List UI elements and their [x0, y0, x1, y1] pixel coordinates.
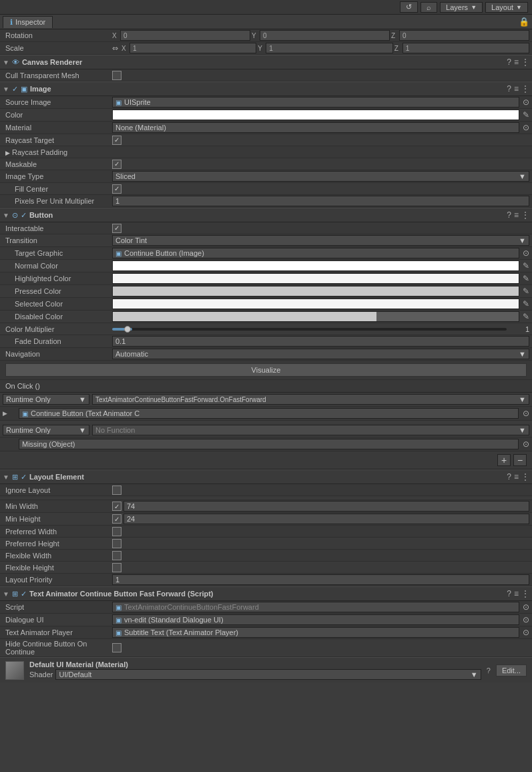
- layout-element-menu-icon[interactable]: ⋮: [521, 472, 529, 481]
- fill-center-checkbox[interactable]: ✓: [112, 184, 121, 194]
- canvas-renderer-help-icon[interactable]: ?: [507, 57, 511, 67]
- canvas-renderer-header[interactable]: ▼ 👁 Canvas Renderer ? ≡ ⋮: [0, 55, 532, 69]
- scale-z-input[interactable]: 1: [403, 43, 529, 53]
- onclick-target-icon-1[interactable]: ⊙: [523, 439, 529, 449]
- transition-dropdown[interactable]: Color Tint ▼: [112, 235, 529, 246]
- disabled-color-bar[interactable]: [112, 311, 519, 322]
- maskable-checkbox[interactable]: ✓: [112, 160, 121, 169]
- button-settings-icon[interactable]: ≡: [514, 210, 519, 220]
- onclick-object-field-0[interactable]: ▣ Continue Button (Text Animator C: [19, 408, 519, 419]
- inspector-tab[interactable]: ℹ Inspector: [3, 16, 53, 28]
- layout-priority-input[interactable]: 1: [112, 574, 529, 585]
- button-enable-icon[interactable]: ⊙: [12, 211, 18, 220]
- canvas-renderer-menu-icon[interactable]: ⋮: [521, 57, 529, 67]
- scale-x-input[interactable]: 1: [129, 43, 256, 53]
- min-width-checkbox[interactable]: ✓: [112, 502, 121, 511]
- source-image-target-icon[interactable]: ⊙: [523, 98, 529, 107]
- preferred-height-checkbox[interactable]: [112, 539, 121, 548]
- normal-color-pen-icon[interactable]: ✎: [523, 261, 529, 270]
- color-multiplier-slider[interactable]: [112, 328, 507, 331]
- image-enable-checkbox[interactable]: ✓: [12, 85, 18, 93]
- scale-x-field[interactable]: X 1: [121, 43, 256, 53]
- image-color-pen-icon[interactable]: ✎: [523, 110, 529, 120]
- scale-z-field[interactable]: Z 1: [394, 43, 529, 53]
- button-help-icon[interactable]: ?: [507, 210, 511, 220]
- onclick-remove-button[interactable]: −: [513, 454, 527, 466]
- rotation-x-input[interactable]: 0: [120, 30, 250, 41]
- image-help-icon[interactable]: ?: [507, 84, 511, 93]
- button-enable-checkbox[interactable]: ✓: [21, 211, 27, 220]
- onclick-object-field-1[interactable]: Missing (Object): [19, 439, 519, 449]
- highlighted-color-pen-icon[interactable]: ✎: [523, 274, 529, 283]
- scale-y-field[interactable]: Y 1: [258, 43, 392, 53]
- highlighted-color-bar[interactable]: [112, 273, 519, 284]
- rotation-z-input[interactable]: 0: [399, 30, 529, 41]
- fade-duration-input[interactable]: 0.1: [112, 336, 529, 347]
- material-target-icon[interactable]: ⊙: [523, 123, 529, 132]
- selected-color-bar[interactable]: [112, 299, 519, 309]
- script-target-icon[interactable]: ⊙: [523, 602, 529, 612]
- onclick-function-dropdown-1[interactable]: No Function ▼: [92, 425, 529, 435]
- script-settings-icon[interactable]: ≡: [514, 589, 519, 598]
- pressed-color-bar[interactable]: [112, 286, 519, 297]
- material-field[interactable]: None (Material): [112, 122, 519, 133]
- dialogue-ui-field[interactable]: ▣ vn-edit (Standard Dialogue UI): [112, 614, 519, 625]
- lock-icon[interactable]: 🔒: [519, 17, 529, 27]
- script-help-icon[interactable]: ?: [507, 589, 511, 598]
- onclick-runtime-dropdown-1[interactable]: Runtime Only ▼: [3, 425, 89, 435]
- layers-dropdown[interactable]: Layers ▼: [440, 2, 483, 13]
- image-color-bar[interactable]: [112, 110, 519, 120]
- layout-element-header[interactable]: ▼ ⊞ ✓ Layout Element ? ≡ ⋮: [0, 469, 532, 484]
- source-image-field[interactable]: ▣ UISprite: [112, 97, 519, 108]
- image-menu-icon[interactable]: ⋮: [521, 84, 529, 93]
- raycast-padding-expand-icon[interactable]: ▶: [5, 150, 10, 156]
- layout-dropdown[interactable]: Layout ▼: [485, 2, 528, 13]
- shader-dropdown[interactable]: UI/Default ▼: [55, 669, 481, 680]
- flexible-width-checkbox[interactable]: [112, 551, 121, 560]
- hide-continue-checkbox[interactable]: [112, 643, 121, 652]
- history-button[interactable]: ↺: [400, 1, 418, 13]
- min-height-input[interactable]: 24: [123, 514, 529, 524]
- script-header[interactable]: ▼ ⊞ ✓ Text Animator Continue Button Fast…: [0, 586, 532, 601]
- selected-color-pen-icon[interactable]: ✎: [523, 299, 529, 309]
- search-button[interactable]: ⌕: [421, 2, 437, 13]
- button-menu-icon[interactable]: ⋮: [521, 210, 529, 220]
- layout-element-help-icon[interactable]: ?: [507, 472, 511, 481]
- scale-y-input[interactable]: 1: [266, 43, 392, 53]
- text-animator-field[interactable]: ▣ Subtitle Text (Text Animator Player): [112, 627, 519, 638]
- image-type-dropdown[interactable]: Sliced ▼: [112, 171, 529, 182]
- layout-element-enable-checkbox[interactable]: ✓: [21, 473, 27, 481]
- target-graphic-field[interactable]: ▣ Continue Button (Image): [112, 248, 519, 258]
- disabled-color-pen-icon[interactable]: ✎: [523, 312, 529, 321]
- script-menu-icon[interactable]: ⋮: [521, 589, 529, 598]
- raycast-target-checkbox[interactable]: ✓: [112, 136, 121, 145]
- target-graphic-target-icon[interactable]: ⊙: [523, 248, 529, 258]
- interactable-checkbox[interactable]: ✓: [112, 224, 121, 233]
- edit-button[interactable]: Edit...: [496, 664, 527, 677]
- dialogue-ui-target-icon[interactable]: ⊙: [523, 615, 529, 624]
- button-header[interactable]: ▼ ⊙ ✓ Button ? ≡ ⋮: [0, 208, 532, 222]
- rotation-x-field[interactable]: X 0: [112, 30, 250, 41]
- onclick-add-button[interactable]: +: [497, 454, 511, 466]
- visualize-button[interactable]: Visualize: [5, 363, 527, 377]
- image-settings-icon[interactable]: ≡: [514, 84, 519, 93]
- onclick-target-icon-0[interactable]: ⊙: [523, 409, 529, 418]
- navigation-dropdown[interactable]: Automatic ▼: [112, 349, 529, 359]
- material-help-icon[interactable]: ?: [487, 666, 491, 674]
- onclick-runtime-dropdown-0[interactable]: Runtime Only ▼: [3, 394, 89, 405]
- script-enable-checkbox[interactable]: ✓: [21, 590, 27, 598]
- flexible-height-checkbox[interactable]: [112, 563, 121, 572]
- rotation-z-field[interactable]: Z 0: [391, 30, 529, 41]
- pixels-input[interactable]: 1: [112, 196, 529, 206]
- min-width-input[interactable]: 74: [123, 501, 529, 512]
- min-height-checkbox[interactable]: ✓: [112, 514, 121, 524]
- layout-element-settings-icon[interactable]: ≡: [514, 472, 519, 481]
- onclick-function-dropdown-0[interactable]: TextAnimatorContinueButtonFastForward.On…: [92, 394, 529, 405]
- normal-color-bar[interactable]: [112, 260, 519, 271]
- preferred-width-checkbox[interactable]: [112, 527, 121, 536]
- text-animator-target-icon[interactable]: ⊙: [523, 628, 529, 637]
- rotation-y-field[interactable]: Y 0: [252, 30, 390, 41]
- script-object-field[interactable]: ▣ TextAnimatorContinueButtonFastForward: [112, 602, 519, 612]
- image-header[interactable]: ▼ ✓ ▣ Image ? ≡ ⋮: [0, 81, 532, 96]
- ignore-layout-checkbox[interactable]: [112, 486, 121, 495]
